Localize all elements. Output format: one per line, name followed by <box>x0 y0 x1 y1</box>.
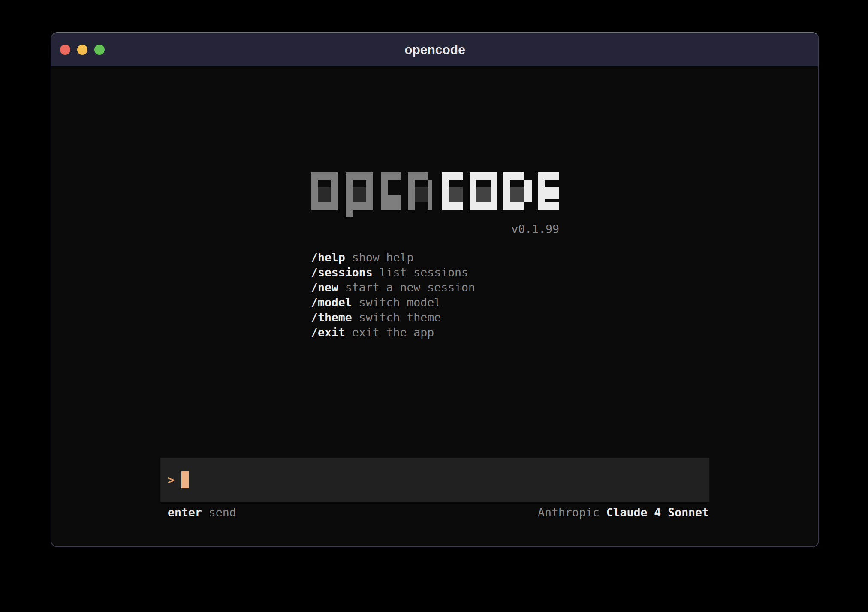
prompt-symbol: > <box>168 473 175 486</box>
opencode-window: opencode <box>51 32 819 547</box>
command-row: /sessionslist sessions <box>311 265 475 280</box>
status-bar: entersend AnthropicClaude 4 Sonnet <box>168 503 709 522</box>
key-hint-label: enter <box>168 506 202 519</box>
command-description: start a new session <box>345 281 475 294</box>
provider-label: Anthropic <box>538 506 600 519</box>
command-row: /themeswitch theme <box>311 310 475 325</box>
send-hint: entersend <box>168 506 236 519</box>
command-description: switch model <box>359 296 441 309</box>
logo-code-letters <box>442 172 559 210</box>
text-cursor <box>181 471 189 488</box>
minimize-button[interactable] <box>77 45 87 55</box>
command-row: /modelswitch model <box>311 295 475 310</box>
traffic-lights <box>60 33 105 66</box>
opencode-logo: v0.1.99 <box>311 172 559 236</box>
command-name: /exit <box>311 326 345 339</box>
command-name: /model <box>311 296 352 309</box>
command-description: show help <box>352 251 414 264</box>
logo-open-letters <box>311 172 432 217</box>
version-label: v0.1.99 <box>311 222 559 236</box>
close-button[interactable] <box>60 45 70 55</box>
command-description: exit the app <box>352 326 434 339</box>
model-indicator: AnthropicClaude 4 Sonnet <box>538 506 709 519</box>
command-row: /exitexit the app <box>311 325 475 340</box>
command-list: /helpshow help/sessionslist sessions/new… <box>311 250 475 340</box>
command-name: /new <box>311 281 338 294</box>
command-row: /helpshow help <box>311 250 475 265</box>
key-action-label: send <box>209 506 236 519</box>
model-label: Claude 4 Sonnet <box>606 506 709 519</box>
command-row: /newstart a new session <box>311 280 475 295</box>
command-name: /help <box>311 251 345 264</box>
zoom-button[interactable] <box>94 45 105 55</box>
desktop-background: opencode <box>0 0 868 612</box>
prompt-input[interactable]: > <box>160 458 709 502</box>
window-title: opencode <box>404 42 465 57</box>
command-description: list sessions <box>380 266 468 279</box>
opencode-logo-pixelart <box>311 172 559 217</box>
command-name: /sessions <box>311 266 373 279</box>
command-description: switch theme <box>359 311 441 324</box>
command-name: /theme <box>311 311 352 324</box>
window-titlebar[interactable]: opencode <box>51 33 818 66</box>
